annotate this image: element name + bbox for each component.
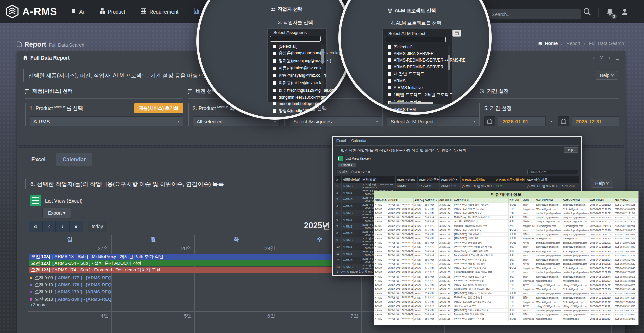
assignee-option[interactable]: 양형석(hsyang@mz.co.kr): [273, 73, 341, 78]
export-button[interactable]: Export ▾: [42, 208, 71, 218]
assignee-option[interactable]: 최수현(chltngus129@gmail.com): [273, 88, 341, 93]
table-row[interactable]: A-RMS2025년 1분기 2025-04-01 ~ 2025-06-30AR…: [374, 220, 638, 224]
table-row[interactable]: A-RMS2025년 1분기 2025-04-01 ~ 2025-06-30AR…: [374, 304, 638, 309]
calendar-day-cell[interactable]: 5일: [112, 312, 195, 333]
alm-project-option[interactable]: [Select all]: [388, 45, 465, 49]
search-submit-icon[interactable]: [583, 8, 591, 17]
app-logo[interactable]: A-RMS: [5, 5, 57, 18]
checkbox-icon[interactable]: [273, 67, 276, 70]
checkbox-icon[interactable]: [388, 52, 391, 55]
checkbox-icon[interactable]: [388, 72, 391, 76]
table-row[interactable]: A-RMS2025년 1분기 2025-04-01 ~ 2025-06-30AR…: [374, 207, 638, 212]
table-row[interactable]: A-RMS2025년 1분기 2025-04-01 ~ 2025-06-30AR…: [374, 275, 638, 279]
alm-filter-input[interactable]: [385, 37, 446, 42]
table-row[interactable]: A-RMS2025년 1분기 2025-04-01 ~ 2025-06-30AR…: [374, 262, 638, 266]
scrollbar[interactable]: [448, 45, 450, 95]
calendar-day-cell[interactable]: 4일: [28, 312, 112, 333]
assignee-filter-input[interactable]: [270, 36, 321, 42]
tab-calendar[interactable]: Calendar: [56, 153, 92, 166]
table-row[interactable]: A-RMS2025년 1분기 2025-04-01 ~ 2025-06-30AR…: [374, 300, 638, 305]
checkbox-icon[interactable]: [273, 52, 276, 55]
assignee-option[interactable]: 이민규(mklee@mz.co.kr): [273, 80, 341, 86]
checkbox-icon[interactable]: [388, 93, 391, 96]
assignee-dropdown-label[interactable]: Select Assignees: [273, 30, 307, 35]
table-row[interactable]: A-RMS2025년 1분기 2025-04-01 ~ 2025-06-30AR…: [374, 211, 638, 216]
calendar-event[interactable]: 오전 9:11[ ARMS-179 ] - [ARMS-REQ] 캐릭: [30, 289, 111, 295]
table-row[interactable]: A-RMS2025년 1분기 2025-04-01 ~ 2025-06-30AR…: [374, 237, 638, 241]
table-row[interactable]: A-RMS2025년 1분기 2025-04-01 ~ 2025-06-30AR…: [374, 287, 638, 292]
table-row[interactable]: A-RMS2025년 1분기 2025-04-01 ~ 2025-06-30AR…: [374, 228, 638, 233]
breadcrumb-item[interactable]: Report: [566, 41, 580, 46]
prev-year-button[interactable]: «: [29, 221, 42, 232]
table-row[interactable]: A-RMS2025년 1분기 2025-04-01 ~ 2025-06-30AR…: [374, 216, 638, 220]
alm-project-select[interactable]: Select ALM Project▾: [387, 116, 479, 126]
alm-project-option[interactable]: ARMS: [388, 79, 465, 84]
alm-project-option[interactable]: A-RMS Initiative: [388, 85, 465, 90]
table-row[interactable]: A-RMS2025년 1분기 2025-04-01 ~ 2025-06-30AR…: [374, 203, 638, 207]
checkbox-icon[interactable]: [388, 65, 391, 69]
nav-item-ai[interactable]: Ai: [71, 8, 84, 15]
product-reset-button[interactable]: 제품(서비스) 초기화: [134, 103, 183, 113]
table-row[interactable]: A-RMS2025년 1분기 2025-04-01 ~ 2025-06-30AR…: [374, 254, 638, 258]
overlay-tab-calendar[interactable]: Calendar: [351, 139, 367, 143]
checkbox-icon[interactable]: [273, 102, 276, 105]
checkbox-icon[interactable]: [273, 109, 276, 113]
calendar-icon[interactable]: [484, 116, 495, 126]
assignee-option[interactable]: 이동민(dmlee@mz.co.kr): [273, 65, 341, 71]
table-row[interactable]: 1A-RMS2025년 1분기 2025-04-01 ~ 2025-06-30A…: [335, 183, 579, 189]
assignee-select[interactable]: Select Assignees▾: [290, 116, 382, 126]
more-events-link[interactable]: +2 more: [30, 302, 47, 307]
assignee-option[interactable]: 홍성훈(hongseonghun@mz.co.kr): [273, 50, 341, 56]
next-year-button[interactable]: »: [69, 221, 83, 232]
table-row[interactable]: A-RMS2025년 1분기 2025-04-01 ~ 2025-06-30AR…: [374, 279, 638, 283]
table-row[interactable]: A-RMS2025년 1분기 2025-04-01 ~ 2025-06-30AR…: [374, 233, 638, 237]
calendar-day-cell[interactable]: 7일: [278, 312, 361, 333]
overlay-tab-excel[interactable]: Excel: [336, 139, 346, 143]
collapse-right-icon[interactable]: ›: [608, 55, 610, 61]
table-row[interactable]: A-RMS2025년 1분기 2025-04-01 ~ 2025-06-30AR…: [374, 224, 638, 229]
font-select[interactable]: Arial ▾: [336, 169, 349, 174]
alm-project-option[interactable]: ARMS-REDMINE-SERVER - ARMS-RE: [388, 58, 465, 63]
calendar-event[interactable]: 오전 9:10[ ARMS-178 ] - [ARMS-REQ] 엑셀: [30, 282, 111, 288]
table-row[interactable]: A-RMS2025년 1분기 2025-04-01 ~ 2025-06-30AR…: [374, 270, 638, 275]
checkbox-icon[interactable]: [273, 45, 276, 48]
expand-icon[interactable]: [616, 56, 619, 60]
calendar-event[interactable]: 오전 9:13[ ARMS-180 ] - [ARMS-REQ] 상태: [30, 296, 111, 302]
table-row[interactable]: A-RMS2025년 1분기 2025-04-01 ~ 2025-06-30AR…: [374, 283, 638, 288]
assignee-option[interactable]: [Select all]: [273, 44, 341, 49]
collapse-left-icon[interactable]: ‹: [593, 55, 595, 61]
alm-project-option[interactable]: ARMS-JIRA-SERVER: [388, 51, 465, 56]
table-row[interactable]: A-RMS2025년 1분기 2025-04-01 ~ 2025-06-30AR…: [374, 258, 638, 262]
sheet-search-input[interactable]: 시트에서 검색: [527, 170, 578, 174]
alm-project-option[interactable]: 1레벨 프로젝트 - 2레벨 프로젝트: [388, 92, 465, 98]
calendar-event[interactable]: 오전 9:08[ ARMS-177 ] - [ARMS-REQ] 모니: [30, 275, 111, 281]
checkbox-icon[interactable]: [273, 74, 276, 77]
nav-item-product[interactable]: Product: [99, 8, 125, 15]
export-button[interactable]: Export ▾: [338, 162, 356, 168]
tab-excel[interactable]: Excel: [25, 153, 52, 166]
next-button[interactable]: ›: [56, 221, 69, 232]
help-button[interactable]: Help ?: [564, 147, 578, 153]
checkbox-icon[interactable]: [273, 89, 276, 92]
checkbox-icon[interactable]: [388, 45, 391, 49]
table-row[interactable]: A-RMS2025년 1분기 2025-04-01 ~ 2025-06-30AR…: [374, 249, 638, 254]
user-profile-icon[interactable]: [621, 8, 628, 17]
alm-project-option[interactable]: 내 칸반 프로젝트: [388, 71, 465, 77]
checkbox-icon[interactable]: [273, 59, 276, 63]
checkbox-icon[interactable]: [273, 96, 276, 99]
alm-dropdown-label[interactable]: Select ALM Project: [388, 31, 426, 36]
table-row[interactable]: A-RMS2025년 1분기 2025-04-01 ~ 2025-06-30AR…: [374, 245, 638, 249]
calendar-day-cell[interactable]: 6일: [195, 312, 278, 333]
help-button[interactable]: Help ?: [596, 71, 618, 80]
assignee-option[interactable]: 장지윤(jiyoonjang@mz.co.kr): [273, 58, 341, 64]
alm-project-option[interactable]: ARMS-REDMINE-SERVER: [388, 65, 465, 69]
search-input[interactable]: [492, 11, 577, 17]
date-to-input[interactable]: 2025-12-31: [572, 116, 619, 126]
checkbox-icon[interactable]: [388, 79, 391, 83]
table-row[interactable]: A-RMS2025년 1분기 2025-04-01 ~ 2025-06-30AR…: [374, 266, 638, 271]
nav-item-requirement[interactable]: Requirement: [141, 8, 178, 15]
table-row[interactable]: A-RMS2025년 1분기 2025-04-01 ~ 2025-06-30AR…: [374, 296, 638, 300]
table-row[interactable]: A-RMS2025년 1분기 2025-04-01 ~ 2025-06-30AR…: [374, 241, 638, 245]
notifications-bell-icon[interactable]: 3: [606, 8, 614, 17]
toolbar-controls[interactable]: ⎙ ⧉ B I U ≡ ≣: [351, 170, 370, 174]
